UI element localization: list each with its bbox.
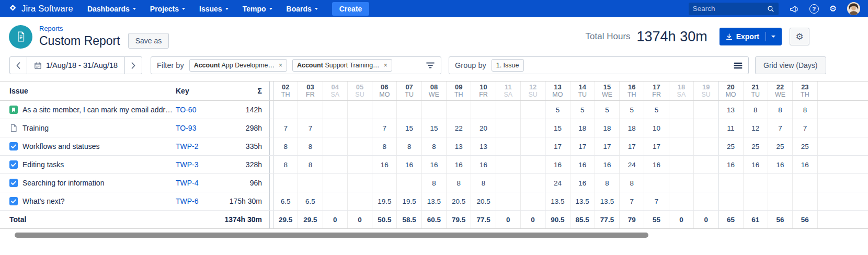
worklog-cell-02[interactable]: 6.5 bbox=[273, 192, 298, 210]
worklog-cell-15[interactable]: 18 bbox=[595, 119, 619, 137]
worklog-cell-15[interactable]: 17 bbox=[595, 137, 619, 155]
worklog-cell-06[interactable]: 8 bbox=[372, 137, 396, 155]
worklog-cell-14[interactable]: 13.5 bbox=[570, 192, 595, 210]
group-chip-issue[interactable]: 1. Issue bbox=[492, 59, 524, 72]
date-range-button[interactable]: 1/Aug/18 - 31/Aug/18 bbox=[27, 57, 125, 74]
worklog-cell-10[interactable]: 16 bbox=[471, 156, 495, 173]
worklog-cell-21[interactable]: 8 bbox=[743, 101, 768, 119]
worklog-cell-23[interactable]: 7 bbox=[792, 119, 817, 137]
worklog-cell-14[interactable]: 16 bbox=[570, 156, 595, 173]
worklog-cell-17[interactable]: 10 bbox=[644, 119, 668, 137]
worklog-cell-10[interactable]: 8 bbox=[471, 174, 495, 192]
create-button[interactable]: Create bbox=[332, 2, 370, 16]
worklog-cell-17[interactable]: 16 bbox=[644, 156, 668, 173]
worklog-cell-02[interactable]: 7 bbox=[273, 119, 298, 137]
worklog-cell-13[interactable]: 13.5 bbox=[545, 192, 569, 210]
worklog-cell-06[interactable]: 16 bbox=[372, 156, 396, 173]
breadcrumb-reports-link[interactable]: Reports bbox=[39, 25, 169, 32]
worklog-cell-21[interactable]: 12 bbox=[743, 119, 768, 137]
worklog-cell-14[interactable]: 17 bbox=[570, 137, 595, 155]
worklog-cell-09[interactable]: 16 bbox=[446, 156, 471, 173]
worklog-cell-17[interactable]: 7 bbox=[644, 192, 668, 210]
worklog-cell-09[interactable]: 8 bbox=[446, 174, 471, 192]
nav-dashboards[interactable]: Dashboards bbox=[87, 5, 136, 13]
worklog-cell-16[interactable]: 17 bbox=[619, 137, 644, 155]
filter-chip-account-support-training[interactable]: Account Support Training… × bbox=[292, 59, 392, 72]
worklog-cell-21[interactable]: 25 bbox=[743, 137, 768, 155]
worklog-cell-10[interactable]: 20 bbox=[471, 119, 495, 137]
worklog-cell-06[interactable]: 7 bbox=[372, 119, 396, 137]
worklog-cell-02[interactable]: 8 bbox=[273, 156, 298, 173]
worklog-cell-07[interactable]: 19.5 bbox=[396, 192, 421, 210]
nav-tempo[interactable]: Tempo bbox=[243, 5, 272, 13]
worklog-cell-13[interactable]: 16 bbox=[545, 156, 569, 173]
issue-key-link[interactable]: TO-60 bbox=[176, 106, 196, 114]
export-dropdown-caret[interactable] bbox=[771, 36, 775, 38]
worklog-cell-14[interactable]: 18 bbox=[570, 119, 595, 137]
worklog-cell-21[interactable]: 16 bbox=[743, 156, 768, 173]
nav-issues[interactable]: Issues bbox=[199, 5, 229, 13]
worklog-cell-20[interactable]: 25 bbox=[718, 137, 743, 155]
worklog-cell-16[interactable]: 8 bbox=[619, 174, 644, 192]
worklog-cell-03[interactable]: 8 bbox=[298, 137, 322, 155]
worklog-cell-23[interactable]: 25 bbox=[792, 137, 817, 155]
worklog-cell-22[interactable]: 25 bbox=[768, 137, 792, 155]
nav-boards[interactable]: Boards bbox=[287, 5, 318, 13]
export-button[interactable]: Export bbox=[719, 28, 782, 45]
worklog-cell-06[interactable]: 19.5 bbox=[372, 192, 396, 210]
worklog-cell-08[interactable]: 13.5 bbox=[421, 192, 446, 210]
worklog-cell-16[interactable]: 24 bbox=[619, 156, 644, 173]
worklog-cell-07[interactable]: 15 bbox=[396, 119, 421, 137]
worklog-cell-14[interactable]: 16 bbox=[570, 174, 595, 192]
jira-logo[interactable]: Jira Software bbox=[8, 4, 73, 14]
nav-projects[interactable]: Projects bbox=[150, 5, 185, 13]
worklog-cell-09[interactable]: 22 bbox=[446, 119, 471, 137]
worklog-cell-08[interactable]: 8 bbox=[421, 137, 446, 155]
worklog-cell-16[interactable]: 18 bbox=[619, 119, 644, 137]
horizontal-scrollbar-thumb[interactable] bbox=[15, 233, 648, 238]
worklog-cell-03[interactable]: 8 bbox=[298, 156, 322, 173]
worklog-cell-22[interactable]: 8 bbox=[768, 101, 792, 119]
search-input[interactable] bbox=[693, 5, 764, 13]
worklog-cell-14[interactable]: 5 bbox=[570, 101, 595, 119]
remove-filter-icon[interactable]: × bbox=[279, 62, 282, 69]
save-as-button[interactable]: Save as bbox=[128, 33, 169, 49]
worklog-cell-23[interactable]: 8 bbox=[792, 101, 817, 119]
remove-filter-icon[interactable]: × bbox=[384, 62, 387, 69]
worklog-cell-23[interactable]: 16 bbox=[792, 156, 817, 173]
worklog-cell-07[interactable]: 16 bbox=[396, 156, 421, 173]
worklog-cell-20[interactable]: 11 bbox=[718, 119, 743, 137]
worklog-cell-15[interactable]: 8 bbox=[595, 174, 619, 192]
worklog-cell-15[interactable]: 16 bbox=[595, 156, 619, 173]
worklog-cell-17[interactable]: 5 bbox=[644, 101, 668, 119]
worklog-cell-02[interactable]: 8 bbox=[273, 137, 298, 155]
worklog-cell-16[interactable]: 7 bbox=[619, 192, 644, 210]
worklog-cell-15[interactable]: 5 bbox=[595, 101, 619, 119]
previous-period-button[interactable] bbox=[10, 57, 27, 74]
feedback-megaphone-icon[interactable] bbox=[789, 4, 799, 13]
worklog-cell-22[interactable]: 16 bbox=[768, 156, 792, 173]
worklog-cell-09[interactable]: 20.5 bbox=[446, 192, 471, 210]
worklog-cell-15[interactable]: 13.5 bbox=[595, 192, 619, 210]
worklog-cell-20[interactable]: 16 bbox=[718, 156, 743, 173]
issue-key-link[interactable]: TWP-2 bbox=[176, 142, 199, 150]
worklog-cell-08[interactable]: 16 bbox=[421, 156, 446, 173]
worklog-cell-20[interactable]: 13 bbox=[718, 101, 743, 119]
worklog-cell-13[interactable]: 5 bbox=[545, 101, 569, 119]
issue-key-link[interactable]: TO-93 bbox=[176, 124, 196, 132]
issue-key-link[interactable]: TWP-4 bbox=[176, 179, 199, 187]
help-icon[interactable]: ? bbox=[809, 4, 819, 14]
worklog-cell-08[interactable]: 8 bbox=[421, 174, 446, 192]
worklog-cell-10[interactable]: 20.5 bbox=[471, 192, 495, 210]
grid-view-button[interactable]: Grid view (Days) bbox=[755, 56, 826, 74]
worklog-cell-16[interactable]: 5 bbox=[619, 101, 644, 119]
worklog-cell-07[interactable]: 8 bbox=[396, 137, 421, 155]
settings-gear-icon[interactable]: ⚙ bbox=[829, 5, 837, 13]
worklog-cell-10[interactable]: 13 bbox=[471, 137, 495, 155]
filter-chip-account-app-development[interactable]: Account App Developme… × bbox=[189, 59, 287, 72]
report-settings-button[interactable]: ⚙ bbox=[790, 28, 809, 45]
worklog-cell-03[interactable]: 7 bbox=[298, 119, 322, 137]
worklog-cell-22[interactable]: 7 bbox=[768, 119, 792, 137]
global-search[interactable] bbox=[689, 3, 779, 15]
issue-key-link[interactable]: TWP-3 bbox=[176, 160, 199, 169]
